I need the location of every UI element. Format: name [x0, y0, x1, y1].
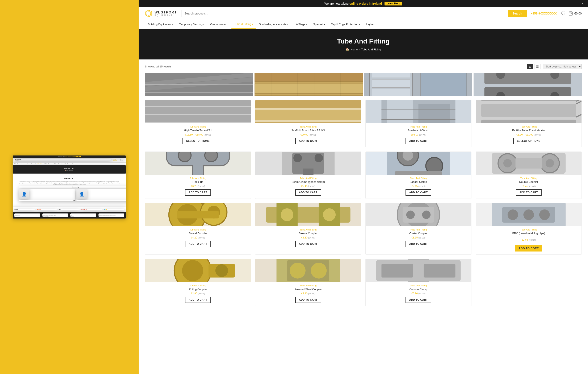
- nav-rapid[interactable]: Rapid Edge Protection ▾: [328, 20, 363, 29]
- product-15-add-btn[interactable]: Add To Cart: [406, 297, 431, 303]
- product-2-add-btn[interactable]: Add To Cart: [295, 138, 321, 144]
- product-9-category: Tube And Fitting: [145, 228, 251, 231]
- page-hero: Tube And Fitting 🏠 Home › Tube And Fitti…: [139, 29, 588, 59]
- brand-layher: Layher: [14, 209, 35, 210]
- view-list-button[interactable]: ☰: [534, 64, 541, 69]
- small-learn-more-btn[interactable]: Learn More: [74, 156, 81, 157]
- small-footer-location-title: LOCATION: [42, 214, 68, 214]
- product-1-excl: (ex vat): [204, 134, 211, 136]
- small-about-text: Westport Equipment has been founded by t…: [19, 181, 120, 185]
- product-8-add-btn[interactable]: Add To Cart: [516, 189, 542, 196]
- product-1-select-btn[interactable]: Select Options: [182, 138, 214, 144]
- search-button[interactable]: Search: [508, 10, 527, 17]
- svg-rect-27: [254, 84, 363, 93]
- svg-point-131: [311, 263, 326, 278]
- right-panel: We are now taking online orders in Irela…: [139, 0, 588, 374]
- add-to-cort-button[interactable]: Add To Cort: [515, 245, 542, 252]
- svg-rect-97: [515, 158, 542, 169]
- product-6-price: €5.45 (ex vat): [255, 185, 361, 188]
- view-grid-button[interactable]: ⊞: [527, 64, 533, 69]
- product-5-price: €6.20 (ex vat): [145, 185, 251, 188]
- product-7-add-btn[interactable]: Add To Cart: [406, 189, 431, 196]
- logo-svg-icon: [145, 10, 152, 17]
- product-10-add-btn[interactable]: Add To Cart: [295, 241, 321, 247]
- nav-spanset[interactable]: Spanset ▾: [310, 20, 328, 29]
- product-9-add-btn[interactable]: Add To Cart: [185, 241, 211, 247]
- product-9-excl: (ex vat): [198, 236, 205, 239]
- svg-point-121: [539, 210, 550, 220]
- small-nav-kstage[interactable]: K-Stage: [54, 163, 57, 164]
- product-4-category: Tube And Fitting: [476, 125, 581, 128]
- breadcrumb-home-label[interactable]: Home: [350, 48, 358, 51]
- small-footer-pages-title: PAGES: [70, 214, 96, 214]
- product-12-name: BRC (board retaining clips): [476, 232, 581, 235]
- product-4-select-btn[interactable]: Select Options: [513, 138, 544, 144]
- product-8-name: Double Coupler: [476, 180, 581, 183]
- banner-clamp: [473, 73, 582, 96]
- main-content: Tube And Fitting 🏠 Home › Tube And Fitti…: [139, 29, 588, 315]
- product-8-price: €3.45 (ex vat): [476, 185, 581, 188]
- product-12-excl: (ex vat): [529, 239, 536, 241]
- product-5-add-btn[interactable]: Add To Cart: [185, 189, 211, 196]
- view-sort: ⊞ ☰ Sort by price: high to low Sort by p…: [527, 64, 582, 69]
- small-nav: Building Equipment Temporary Fencing Gro…: [13, 163, 126, 165]
- wishlist-button[interactable]: [561, 11, 566, 16]
- breadcrumb-home-icon: 🏠: [346, 48, 349, 51]
- small-nav-rapid[interactable]: Rapid Edge Protection: [63, 163, 71, 164]
- small-nav-ground[interactable]: Groundworks: [31, 163, 36, 164]
- small-nav-scaffolding[interactable]: Scaffolding Accessories: [44, 163, 53, 164]
- product-14-add-btn[interactable]: Add To Cart: [295, 297, 321, 303]
- learn-more-button[interactable]: Learn More: [385, 2, 402, 5]
- nav-fencing[interactable]: Temporary Fencing ▾: [176, 20, 207, 29]
- view-buttons: ⊞ ☰: [527, 64, 541, 69]
- product-2-excl: (ex vat): [309, 134, 316, 136]
- product-hook-tie: Tube And Fitting Hook Tie €6.20 (ex vat)…: [145, 151, 251, 199]
- nav-building[interactable]: Building Equipment ▾: [145, 20, 176, 29]
- small-nav-tube[interactable]: Tube & Fitting: [38, 163, 43, 164]
- announcement-text: We are now taking online orders in Irela…: [324, 2, 382, 5]
- product-13-add-btn[interactable]: Add To Cart: [185, 297, 211, 303]
- announcement-close-button[interactable]: ×: [581, 1, 584, 6]
- small-logo: ⬡ WESTPORT EQUIPMENT: [14, 159, 111, 161]
- product-1-image: [145, 100, 251, 123]
- product-7-price: €2.15 (ex vat): [366, 185, 471, 188]
- small-nav-layher[interactable]: Layher: [73, 163, 75, 164]
- breadcrumb-separator: ›: [359, 48, 360, 51]
- small-page-hero: Who We Are ? 🏠 Home › Who We Are: [13, 165, 126, 173]
- product-10-price-val: €4.30: [301, 236, 307, 239]
- small-breadcrumb: 🏠 Home › Who We Are: [15, 170, 124, 171]
- online-orders-link[interactable]: online orders in Ireland: [349, 2, 382, 5]
- product-14-price-val: €4.10: [301, 292, 307, 295]
- cart-area[interactable]: €0.00: [568, 11, 582, 16]
- product-6-category: Tube And Fitting: [255, 177, 361, 180]
- product-5-category: Tube And Fitting: [145, 177, 251, 180]
- breadcrumb: 🏠 Home › Tube And Fitting: [143, 48, 584, 51]
- product-7-price-val: €2.15: [411, 185, 418, 188]
- product-5-name: Hook Tie: [145, 180, 251, 183]
- product-3-add-btn[interactable]: Add To Cart: [406, 138, 431, 144]
- svg-rect-26: [254, 73, 363, 82]
- search-input[interactable]: [181, 10, 508, 17]
- nav-kstage[interactable]: K-Stage ▾: [293, 20, 310, 29]
- product-6-price-val: €5.45: [301, 185, 307, 188]
- product-11-add-btn[interactable]: Add To Cart: [406, 241, 431, 247]
- nav-scaffolding[interactable]: Scaffolding Accessories ▾: [256, 20, 293, 29]
- nav-groundworks[interactable]: Groundworks ▾: [207, 20, 231, 29]
- product-6-add-btn[interactable]: Add To Cart: [295, 189, 321, 196]
- small-footer-pages-about[interactable]: Who We Are: [70, 216, 96, 217]
- nav-layher[interactable]: Layher: [363, 20, 377, 29]
- small-footer-map-link[interactable]: 🗺 View Location Map: [42, 216, 68, 217]
- small-nav-building[interactable]: Building Equipment: [14, 163, 21, 164]
- product-7-excl: (ex vat): [419, 185, 425, 187]
- product-12-price: €2.65 (ex vat): [478, 238, 579, 241]
- sort-dropdown[interactable]: Sort by price: high to low Sort by price…: [543, 64, 582, 69]
- svg-point-124: [182, 260, 203, 281]
- nav-tube-fitting[interactable]: Tube & Fitting ▾: [231, 20, 256, 29]
- cort-section: €2.65 (ex vat): [476, 236, 581, 245]
- small-nav-fencing[interactable]: Temporary Fencing: [23, 163, 30, 164]
- svg-rect-37: [421, 73, 467, 96]
- small-nav-spanset[interactable]: Spanset: [58, 163, 62, 164]
- header-right: +353-9-XXXXXXXX €0.00: [531, 11, 582, 16]
- small-leader-2: 👤 LIAM BREW: [76, 189, 126, 201]
- product-11-price-val: €3.15: [411, 236, 418, 239]
